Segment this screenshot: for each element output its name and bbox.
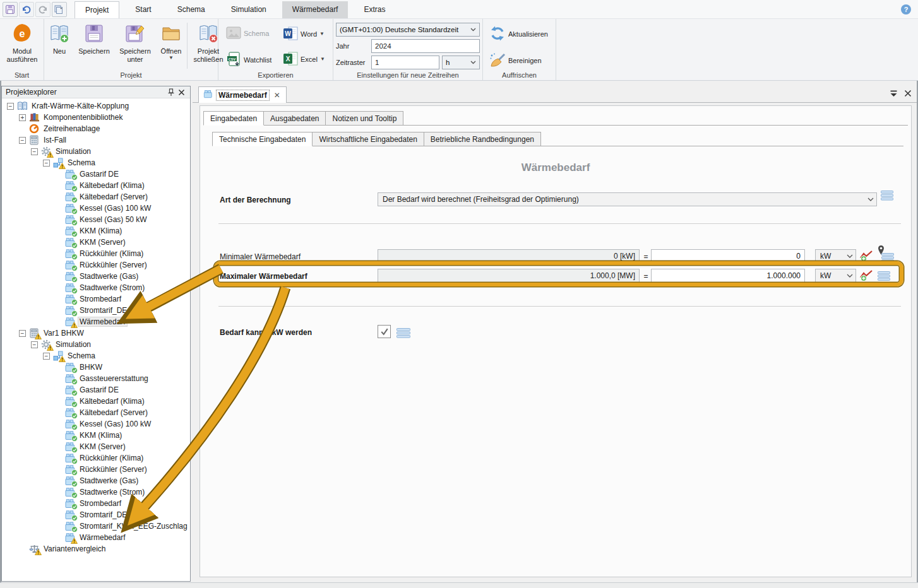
list-options-icon[interactable] xyxy=(877,269,891,282)
oeffnen-button[interactable]: Öffnen ▼ xyxy=(157,21,186,71)
tree-item-simulation[interactable]: −Simulation xyxy=(2,146,190,157)
tree-item-kraft-wärme-kälte-kopplung[interactable]: −Kraft-Wärme-Kälte-Kopplung xyxy=(2,100,190,112)
tree-item-kkm-server[interactable]: KKM (Server) xyxy=(2,237,190,248)
tree-item-bhkw[interactable]: BHKW xyxy=(2,362,190,373)
tree-item-kkm-klima[interactable]: KKM (Klima) xyxy=(2,225,190,237)
ribbon-tab-extras[interactable]: Extras xyxy=(354,1,395,19)
tree-item-komponentenbibliothek[interactable]: +Komponentenbibliothek xyxy=(2,112,190,123)
customize-toolbar-icon[interactable] xyxy=(52,2,67,17)
tree-item-stadtwerke-gas[interactable]: Stadtwerke (Gas) xyxy=(2,271,190,282)
tree-item-var1-bhkw[interactable]: −Var1 BHKW xyxy=(2,327,190,339)
expander-minus-icon[interactable]: − xyxy=(31,341,38,348)
tab-eingabedaten[interactable]: Eingabedaten xyxy=(203,111,264,126)
min-unit-select[interactable]: kW xyxy=(815,249,856,263)
close-document-icon[interactable] xyxy=(904,90,912,99)
export-watchlist-button[interactable]: CSV Watchlist xyxy=(226,52,271,68)
timeseries-chart-icon[interactable] xyxy=(859,250,873,262)
tree-item-label: KKM (Server) xyxy=(78,442,127,451)
ribbon-tab-simulation[interactable]: Simulation xyxy=(221,1,277,19)
tree-item-ist-fall[interactable]: −Ist-Fall xyxy=(2,134,190,146)
tree-item-wärmebedarf[interactable]: Wärmebedarf xyxy=(2,316,190,327)
list-options-icon[interactable] xyxy=(880,189,894,202)
ribbon-tab-start[interactable]: Start xyxy=(125,1,161,19)
pin-icon[interactable] xyxy=(166,87,176,97)
tree-item-rückkühler-server[interactable]: Rückkühler (Server) xyxy=(2,259,190,271)
expander-minus-icon[interactable]: − xyxy=(43,353,50,360)
tab-technische-eingabedaten[interactable]: Technische Eingabedaten xyxy=(212,132,313,146)
speichern-unter-button[interactable]: Speichern unter xyxy=(115,21,155,71)
help-icon[interactable]: ? xyxy=(900,4,912,15)
tree-item-kessel-gas-100-kw[interactable]: Kessel (Gas) 100 kW xyxy=(2,203,190,214)
zeitraster-input[interactable]: 1 xyxy=(371,56,439,69)
max-unit-select[interactable]: kW xyxy=(815,269,856,283)
timezone-select[interactable]: (GMT+01:00) Deutsche Standardzeit xyxy=(336,23,480,37)
tree-item-kältebedarf-server[interactable]: Kältebedarf (Server) xyxy=(2,191,190,203)
status-ok-icon xyxy=(71,367,78,373)
document-tab-waermebedarf[interactable]: Wärmebedarf ✕ xyxy=(198,86,287,103)
tree-item-stromtarif-kwk-eeg-zuschlag[interactable]: Stromtarif_KWK_EEG-Zuschlag xyxy=(2,520,190,532)
tree-item-rückkühler-server[interactable]: Rückkühler (Server) xyxy=(2,464,190,475)
tree-item-stromtarif-de[interactable]: Stromtarif_DE xyxy=(2,509,190,520)
jahr-input[interactable]: 2024 xyxy=(371,39,480,53)
tree-item-gastarif-de[interactable]: Gastarif DE xyxy=(2,168,190,180)
ribbon-tab-schema[interactable]: Schema xyxy=(167,1,215,19)
modul-ausfuehren-button[interactable]: e Modul ausführen xyxy=(4,21,40,71)
tree-item-stadtwerke-gas[interactable]: Stadtwerke (Gas) xyxy=(2,475,190,486)
window-list-icon[interactable] xyxy=(890,90,898,99)
save-icon[interactable] xyxy=(3,2,18,17)
tree-item-kältebedarf-server[interactable]: Kältebedarf (Server) xyxy=(2,407,190,418)
art-der-berechnung-select[interactable]: Der Bedarf wird berechnet (Freiheitsgrad… xyxy=(378,192,877,206)
tree-item-kessel-gas-50-kw[interactable]: Kessel (Gas) 50 kW xyxy=(2,214,190,225)
expander-minus-icon[interactable]: − xyxy=(7,103,14,110)
tree-item-simulation[interactable]: −Simulation xyxy=(2,339,190,350)
tab-wirtschaftliche-eingabedaten[interactable]: Wirtschaftliche Eingabedaten xyxy=(313,132,424,146)
aktualisieren-button[interactable]: Aktualisieren xyxy=(489,25,548,43)
export-excel-button[interactable]: X Excel ▼ xyxy=(283,52,325,67)
expander-minus-icon[interactable]: − xyxy=(19,137,26,144)
redo-icon[interactable] xyxy=(35,2,51,17)
tree-item-label: KKM (Klima) xyxy=(78,226,123,235)
tree-item-kkm-server[interactable]: KKM (Server) xyxy=(2,441,190,452)
expander-minus-icon[interactable]: − xyxy=(43,160,50,167)
tree-item-rückkühler-klima[interactable]: Rückkühler (Klima) xyxy=(2,248,190,259)
tab-notizen-und-tooltip[interactable]: Notizen und Tooltip xyxy=(326,111,403,126)
tab-ausgabedaten[interactable]: Ausgabedaten xyxy=(264,111,326,126)
max-value-input[interactable]: 1.000.000 xyxy=(651,269,805,283)
timeseries-chart-icon[interactable] xyxy=(859,269,873,282)
tree-item-kessel-gas-100-kw[interactable]: Kessel (Gas) 100 kW xyxy=(2,418,190,430)
tree-item-kältebedarf-klima[interactable]: Kältebedarf (Klima) xyxy=(2,180,190,191)
export-word-button[interactable]: W Word ▼ xyxy=(283,26,325,42)
list-options-icon[interactable] xyxy=(881,251,895,264)
tree-item-kkm-klima[interactable]: KKM (Klima) xyxy=(2,430,190,441)
neu-button[interactable]: Neu xyxy=(45,21,73,71)
tree-item-rückkühler-klima[interactable]: Rückkühler (Klima) xyxy=(2,452,190,464)
tree-item-kältebedarf-klima[interactable]: Kältebedarf (Klima) xyxy=(2,396,190,407)
expander-plus-icon[interactable]: + xyxy=(19,114,26,121)
tree-item-zeitreihenablage[interactable]: Zeitreihenablage xyxy=(2,123,190,134)
ribbon-tab-projekt[interactable]: Projekt xyxy=(75,1,119,19)
tab-betriebliche-randbedingungen[interactable]: Betriebliche Randbedingungen xyxy=(424,132,541,146)
ribbon-tab-waermebedarf[interactable]: Wärmebedarf xyxy=(282,1,349,19)
tree-item-strombedarf[interactable]: Strombedarf xyxy=(2,293,190,305)
undo-icon[interactable] xyxy=(19,2,34,17)
speichern-button[interactable]: Speichern xyxy=(75,21,114,71)
tree-item-strombedarf[interactable]: Strombedarf xyxy=(2,498,190,509)
min-value-input[interactable]: 0 xyxy=(651,249,805,263)
tree-item-stadtwerke-strom[interactable]: Stadtwerke (Strom) xyxy=(2,486,190,498)
bereinigen-button[interactable]: Bereinigen xyxy=(489,52,542,69)
tree-item-variantenvergleich[interactable]: Variantenvergleich xyxy=(2,543,190,555)
list-options-icon[interactable] xyxy=(396,327,410,339)
tree-item-schema[interactable]: −Schema xyxy=(2,157,190,168)
tree-item-gassteuererstattung[interactable]: Gassteuererstattung xyxy=(2,373,190,384)
tree-item-wärmebedarf[interactable]: Wärmebedarf xyxy=(2,532,190,543)
close-tab-icon[interactable]: ✕ xyxy=(273,91,282,100)
tree-item-schema[interactable]: −Schema xyxy=(2,350,190,362)
tree-item-stromtarif-de[interactable]: Stromtarif_DE xyxy=(2,305,190,316)
zeitraster-unit-select[interactable]: h xyxy=(442,56,480,69)
tree-item-gastarif-de[interactable]: Gastarif DE xyxy=(2,384,190,396)
zero-checkbox[interactable] xyxy=(378,325,391,338)
expander-minus-icon[interactable]: − xyxy=(19,330,26,337)
expander-minus-icon[interactable]: − xyxy=(31,148,38,155)
close-panel-icon[interactable] xyxy=(176,87,186,97)
tree-item-stadtwerke-strom[interactable]: Stadtwerke (Strom) xyxy=(2,282,190,293)
